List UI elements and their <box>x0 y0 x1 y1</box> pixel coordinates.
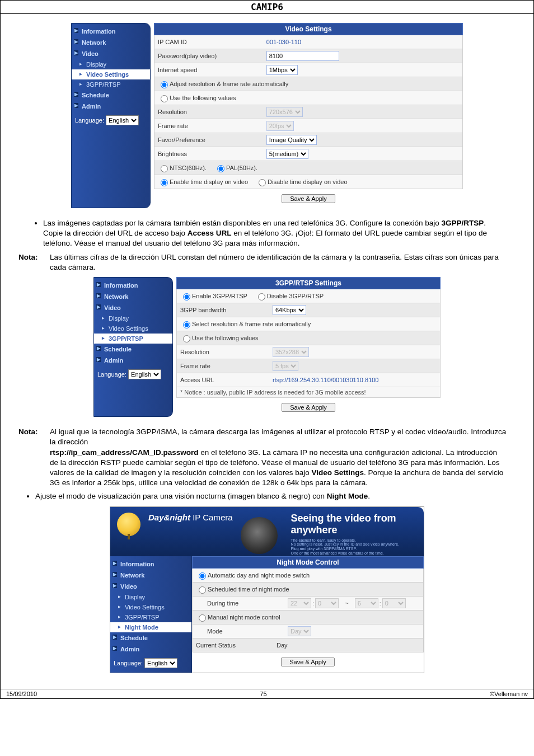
radio-manual[interactable] <box>199 614 206 622</box>
nav-video[interactable]: Video <box>72 48 150 59</box>
nota1-text: Las últimas cifras de la dirección URL c… <box>50 252 507 273</box>
nav-network[interactable]: Network <box>72 37 150 48</box>
nav-display[interactable]: Display <box>72 59 150 69</box>
nav-information-3[interactable]: Information <box>110 558 191 570</box>
radio-adjust-auto[interactable] <box>161 81 168 88</box>
internet-speed-select[interactable]: 1Mbps <box>266 65 298 75</box>
sidebar-3gpp: Information Network Video Display Video … <box>93 277 173 417</box>
night-header: Night Mode Control <box>192 556 424 569</box>
sidebar-video: Information Network Video Display Video … <box>71 23 151 208</box>
footer: 15/09/2010 75 ©Velleman nv <box>1 689 533 698</box>
radio-use-following-2[interactable] <box>183 335 190 342</box>
resolution-label: Resolution <box>158 109 266 115</box>
nav-video-3[interactable]: Video <box>110 581 191 592</box>
tilde: ~ <box>340 600 353 607</box>
access-url-label: Access URL <box>180 377 273 383</box>
footer-page: 75 <box>37 691 490 697</box>
nav-admin[interactable]: Admin <box>72 101 150 112</box>
nav-schedule-2[interactable]: Schedule <box>94 344 172 355</box>
nav-network-3[interactable]: Network <box>110 570 191 581</box>
nav-admin-2[interactable]: Admin <box>94 355 172 366</box>
favor-select[interactable]: Image Quality <box>266 135 317 145</box>
radio-pal[interactable] <box>217 165 224 172</box>
radio-enable-time[interactable] <box>161 179 168 186</box>
disable-3gpp-label: Disable 3GPP/RTSP <box>267 293 324 299</box>
nav-schedule-3[interactable]: Schedule <box>110 632 191 644</box>
pal-label: PAL(50Hz). <box>226 165 257 171</box>
nav-3gpp-3[interactable]: 3GPP/RTSP <box>110 612 191 622</box>
time-h2: 6 <box>355 598 378 608</box>
language-label-3: Language: <box>114 660 143 666</box>
radio-enable-3gpp[interactable] <box>183 293 190 300</box>
nav-night-mode[interactable]: Night Mode <box>110 622 191 632</box>
mode-select: Day <box>288 626 311 636</box>
enable-3gpp-label: Enable 3GPP/RTSP <box>192 293 247 299</box>
ntsc-label: NTSC(60Hz). <box>170 165 207 171</box>
frame-rate-select: 20fps <box>266 121 294 131</box>
lens-icon <box>241 517 278 554</box>
bullet-3g: Las imágenes captadas por la cámara tamb… <box>43 218 507 249</box>
bandwidth-select[interactable]: 64Kbps <box>273 305 306 315</box>
gpp-header: 3GPP/RTSP Settings <box>176 277 441 289</box>
nav-3gpp[interactable]: 3GPP/RTSP <box>72 79 150 90</box>
language-select-3[interactable]: English <box>144 658 177 668</box>
radio-scheduled[interactable] <box>199 586 206 594</box>
page-title: CAMIP6 <box>1 1 533 14</box>
nav-information-2[interactable]: Information <box>94 280 172 291</box>
radio-ntsc[interactable] <box>161 165 168 172</box>
nav-video-2[interactable]: Video <box>94 302 172 313</box>
internet-speed-label: Internet speed <box>158 67 266 73</box>
bandwidth-label: 3GPP bandwidth <box>180 307 273 313</box>
nav-information[interactable]: Information <box>72 26 150 37</box>
manual-label: Manual night mode control <box>208 614 280 621</box>
save-apply-button[interactable]: Save & Apply <box>282 194 335 203</box>
radio-disable-time[interactable] <box>259 179 266 186</box>
radio-auto-switch[interactable] <box>199 572 206 580</box>
scheduled-label: Scheduled time of night mode <box>208 586 289 593</box>
radio-select-auto[interactable] <box>183 321 190 328</box>
brightness-label: Brightness <box>158 151 266 157</box>
resolution-select-2: 352x288 <box>273 347 309 357</box>
nav-video-settings[interactable]: Video Settings <box>72 69 150 79</box>
select-auto-label: Select resolution & frame rate automatic… <box>192 321 311 327</box>
save-apply-button-2[interactable]: Save & Apply <box>282 403 335 412</box>
disable-time-label: Disable time display on video <box>268 179 347 185</box>
frame-rate-select-2: 5 fps <box>273 361 298 371</box>
ip-cam-id-value: 001-030-110 <box>266 39 459 45</box>
language-select[interactable]: English <box>106 115 139 125</box>
ip-cam-id-label: IP CAM ID <box>158 39 266 45</box>
nav-display-2[interactable]: Display <box>94 313 172 323</box>
brightness-select[interactable]: 5(medium) <box>266 149 308 159</box>
radio-use-following[interactable] <box>161 95 168 102</box>
mode-label: Mode <box>196 628 288 635</box>
auto-switch-label: Automatic day and night mode switch <box>208 572 310 579</box>
nota2-label: Nota: <box>18 427 50 488</box>
during-label: During time <box>196 600 288 607</box>
frame-rate-label: Frame rate <box>158 123 266 129</box>
use-following-label-2: Use the following values <box>192 335 259 341</box>
language-row-2: Language: English <box>94 366 172 382</box>
nav-display-3[interactable]: Display <box>110 592 191 602</box>
radio-disable-3gpp[interactable] <box>258 293 265 300</box>
enable-time-label: Enable time display on video <box>170 179 248 185</box>
current-status-label: Current Status <box>196 642 277 649</box>
password-input[interactable] <box>266 51 339 61</box>
nav-schedule[interactable]: Schedule <box>72 90 150 101</box>
frame-rate-label-2: Frame rate <box>180 363 273 369</box>
logo-icon <box>117 513 140 536</box>
footer-copyright: ©Velleman nv <box>490 691 528 697</box>
time-range: 22:0 ~ 6:0 <box>288 598 420 608</box>
night-banner: Day&night IP Camera Seeing the video fro… <box>110 507 424 557</box>
nav-admin-3[interactable]: Admin <box>110 644 191 655</box>
bullet-night-mode: Ajuste el modo de visualización para una… <box>35 491 507 501</box>
save-apply-button-3[interactable]: Save & Apply <box>281 658 334 666</box>
current-status-value: Day <box>277 642 420 649</box>
nav-video-settings-3[interactable]: Video Settings <box>110 602 191 612</box>
nav-video-settings-2[interactable]: Video Settings <box>94 323 172 334</box>
nav-3gpp-2[interactable]: 3GPP/RTSP <box>94 334 172 344</box>
language-select-2[interactable]: English <box>128 369 161 379</box>
resolution-label-2: Resolution <box>180 349 273 355</box>
banner-smalltext: The easiest to learn. Easy to operate.No… <box>291 538 417 556</box>
nav-network-2[interactable]: Network <box>94 291 172 302</box>
colon-2: : <box>378 600 382 607</box>
